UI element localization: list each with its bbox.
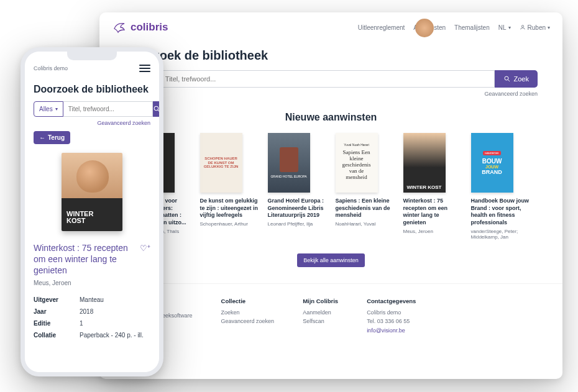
- user-icon: [520, 24, 526, 30]
- meta-key: Jaar: [34, 308, 80, 315]
- footer-col-contact: Contactgegevens Colibris demo Tel. 03 33…: [367, 298, 416, 335]
- search-icon: [153, 105, 159, 113]
- desktop-window: colibris Uitleenreglement Aanwinsten The…: [99, 12, 562, 379]
- chevron-down-icon: ▾: [55, 106, 58, 112]
- search-input[interactable]: [158, 70, 495, 88]
- hamburger-menu-icon[interactable]: [139, 63, 150, 74]
- mobile-filter-dropdown[interactable]: Alles▾: [34, 101, 63, 117]
- mobile-item-meta: Uitgever Manteau Jaar 2018 Editie 1 Coll…: [34, 294, 150, 341]
- mobile-brand[interactable]: Colibris demo: [34, 65, 68, 71]
- top-nav: Uitleenreglement Aanwinsten Themalijsten…: [358, 24, 550, 31]
- book-author: Meus, Jeroen: [403, 229, 462, 234]
- meta-value: Manteau: [80, 296, 104, 303]
- user-menu[interactable]: Ruben ▾: [520, 24, 550, 31]
- favorite-button[interactable]: ♡+: [140, 244, 150, 254]
- desktop-main: Doorzoek de bibliotheek Alles▾ Zoek Geav…: [99, 39, 562, 267]
- page-title: Doorzoek de bibliotheek: [124, 48, 538, 63]
- new-acquisitions-section: Nieuwe aanwinsten Grote kunst voor klein…: [124, 112, 538, 267]
- brand-name: colibris: [131, 21, 168, 34]
- svg-point-3: [154, 106, 158, 111]
- svg-point-1: [505, 76, 508, 80]
- meta-value: Paperback - 240 p. - ill.: [80, 332, 144, 339]
- book-title: De kunst om gelukkig te zijn : uiteengez…: [200, 198, 259, 219]
- search-button[interactable]: Zoek: [495, 70, 538, 88]
- book-card[interactable]: Yuval Noah Harari Sapiens Een kleine ges…: [336, 133, 395, 240]
- mobile-page-title: Doorzoek de bibliotheek: [34, 84, 150, 95]
- colibris-bird-icon: [112, 20, 127, 35]
- book-title: Winterkost : 75 recepten om een winter l…: [403, 198, 462, 227]
- book-title: Sapiens : Een kleine geschiedenis van de…: [336, 198, 395, 219]
- mobile-item-title: Winterkost : 75 recepten om een winter l…: [34, 242, 150, 276]
- footer-heading: Contactgegevens: [367, 298, 416, 304]
- meta-row: Jaar 2018: [34, 306, 150, 317]
- meta-value: 2018: [80, 308, 93, 315]
- view-all-button[interactable]: Bekijk alle aanwinsten: [297, 253, 365, 267]
- phone-notch: [67, 50, 117, 60]
- footer-heading: Collectie: [221, 298, 275, 304]
- brand-logo[interactable]: colibris: [112, 20, 168, 35]
- chevron-down-icon: ▾: [548, 25, 550, 30]
- mobile-search-button[interactable]: [153, 101, 159, 117]
- nav-themalijsten[interactable]: Themalijsten: [454, 24, 490, 31]
- section-title: Nieuwe aanwinsten: [124, 112, 538, 123]
- meta-key: Uitgever: [34, 296, 80, 303]
- book-author: vanderSteege, Peter; Middelkamp, Jan: [471, 229, 530, 240]
- advanced-search-link[interactable]: Geavanceerd zoeken: [124, 91, 538, 97]
- footer-link[interactable]: Aanmelden: [303, 308, 338, 317]
- desktop-footer: Colibris bibliotheeksoftware © 2002-2020…: [99, 283, 562, 349]
- book-cover: WINTER KOST: [403, 133, 446, 193]
- arrow-left-icon: ←: [39, 134, 45, 141]
- footer-text: Colibris demo: [367, 308, 416, 317]
- mobile-screen: Colibris demo Doorzoek de bibliotheek Al…: [25, 52, 159, 372]
- footer-link[interactable]: Zoeken: [221, 308, 275, 317]
- book-author: NoahHarari, Yuval: [336, 221, 395, 227]
- book-grid: Grote kunst voor kleine kenners: museums…: [124, 133, 538, 240]
- lang-selector[interactable]: NL ▾: [498, 24, 511, 31]
- svg-point-0: [521, 25, 523, 27]
- book-cover: GRAND HOTEL EUROPA: [268, 133, 310, 193]
- mobile-search-input[interactable]: [63, 101, 153, 117]
- book-title: Handboek Bouw jouw Brand : voor sport, h…: [471, 198, 530, 227]
- book-card[interactable]: HANDBOEK BOUW JOUW BRAND Handboek Bouw j…: [471, 133, 530, 240]
- book-cover: SCHOPEN HAUER DE KUNST OM GELUKKIG TE ZI…: [200, 133, 242, 193]
- mobile-item-author: Meus, Jeroen: [34, 280, 150, 286]
- mobile-item-cover: WINTERKOST: [34, 153, 150, 234]
- meta-value: 1: [80, 320, 83, 327]
- meta-key: Editie: [34, 320, 80, 327]
- search-bar: Alles▾ Zoek: [124, 70, 538, 88]
- footer-col-mijn: Mijn Colibris Aanmelden Selfscan: [303, 298, 338, 335]
- desktop-header: colibris Uitleenreglement Aanwinsten The…: [99, 12, 562, 39]
- footer-link[interactable]: Selfscan: [303, 317, 338, 326]
- footer-col-collectie: Collectie Zoeken Geavanceerd zoeken: [221, 298, 275, 335]
- mobile-search-bar: Alles▾: [34, 101, 150, 117]
- footer-phone: Tel. 03 336 06 55: [367, 317, 416, 326]
- heart-icon: ♡: [140, 244, 147, 253]
- book-title: Grand Hotel Europa : Genomineerde Libris…: [268, 198, 327, 219]
- footer-email[interactable]: info@visionr.be: [367, 326, 416, 335]
- mobile-advanced-link[interactable]: Geavanceerd zoeken: [34, 120, 150, 126]
- svg-line-4: [158, 110, 159, 112]
- book-card[interactable]: WINTER KOST Winterkost : 75 recepten om …: [403, 133, 462, 240]
- book-card[interactable]: SCHOPEN HAUER DE KUNST OM GELUKKIG TE ZI…: [200, 133, 259, 240]
- mobile-body: Doorzoek de bibliotheek Alles▾ Geavancee…: [25, 79, 159, 346]
- meta-row: Collatie Paperback - 240 p. - ill.: [34, 329, 150, 341]
- book-cover: Yuval Noah Harari Sapiens Een kleine ges…: [336, 133, 378, 193]
- footer-heading: Mijn Colibris: [303, 298, 338, 304]
- svg-line-2: [508, 80, 510, 82]
- book-cover: HANDBOEK BOUW JOUW BRAND: [471, 133, 513, 193]
- search-icon: [503, 75, 511, 83]
- nav-uitleenreglement[interactable]: Uitleenreglement: [358, 24, 405, 31]
- book-cover-large: WINTERKOST: [62, 153, 122, 231]
- footer-link[interactable]: Geavanceerd zoeken: [221, 317, 275, 326]
- meta-key: Collatie: [34, 332, 80, 339]
- chevron-down-icon: ▾: [508, 25, 511, 30]
- book-card[interactable]: GRAND HOTEL EUROPA Grand Hotel Europa : …: [268, 133, 327, 240]
- mobile-device: Colibris demo Doorzoek de bibliotheek Al…: [21, 47, 163, 376]
- meta-row: Editie 1: [34, 317, 150, 329]
- book-author: Schopenhauer, Arthur: [200, 221, 259, 227]
- back-button[interactable]: ← Terug: [34, 131, 70, 144]
- book-author: Leonard Pfeijffer, Ilja: [268, 221, 327, 227]
- meta-row: Uitgever Manteau: [34, 294, 150, 306]
